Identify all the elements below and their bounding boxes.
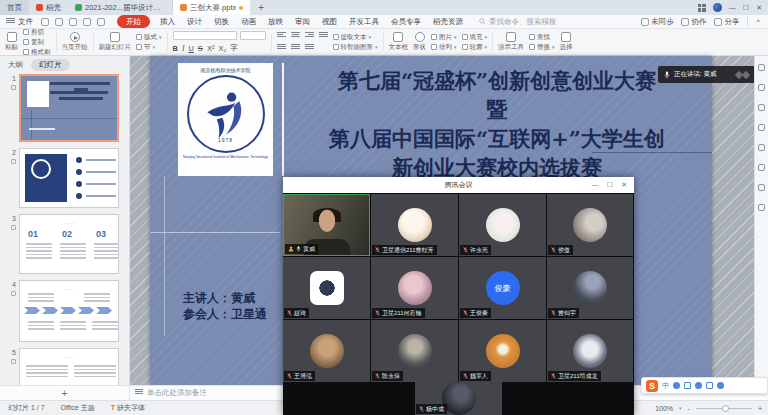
underline-button[interactable]: U	[188, 44, 193, 53]
strikethrough-button[interactable]: S	[198, 44, 203, 53]
participant-tile[interactable]: 魏莘人	[459, 320, 546, 382]
sogou-ime-logo[interactable]: S	[646, 380, 658, 392]
tab-view[interactable]: 视图	[316, 17, 343, 27]
bold-button[interactable]: B	[173, 44, 178, 53]
replace-button[interactable]: 替换▾	[529, 43, 555, 52]
align-right-icon[interactable]	[305, 32, 314, 40]
tab-devtools[interactable]: 开发工具	[343, 17, 385, 27]
properties-icon[interactable]	[758, 64, 765, 71]
tab-outline[interactable]: 大纲	[8, 60, 23, 70]
tab-member[interactable]: 会员专享	[385, 17, 427, 27]
tab-slideshow[interactable]: 放映	[262, 17, 289, 27]
more-tools-icon[interactable]	[758, 204, 765, 211]
tencent-meeting-window[interactable]: 腾讯会议 — ☐ ✕ 黄威	[283, 177, 634, 415]
ime-toolbox-icon[interactable]	[717, 382, 724, 389]
account-avatar[interactable]	[713, 3, 722, 12]
redo-icon[interactable]	[97, 18, 105, 26]
slide-thumbnail-4[interactable]: · · · ·	[19, 280, 119, 342]
sync-status[interactable]: 未同步	[641, 17, 674, 27]
paste-button[interactable]: 粘贴	[5, 32, 18, 52]
participant-tile[interactable]: 王博泓	[283, 320, 370, 382]
participant-tile[interactable]: 陈永保	[371, 320, 458, 382]
ime-emoji-icon[interactable]	[706, 382, 713, 389]
textbox-button[interactable]: 文本框	[389, 32, 409, 52]
find-button[interactable]: 查找	[529, 33, 555, 42]
ime-punctuation-icon[interactable]	[673, 382, 680, 389]
number-list-icon[interactable]	[291, 44, 300, 52]
section-button[interactable]: 节▾	[136, 43, 162, 52]
bullet-list-icon[interactable]	[277, 44, 286, 52]
superscript-button[interactable]: X²	[207, 44, 215, 53]
meeting-close-button[interactable]: ✕	[621, 181, 627, 189]
shape-button[interactable]: 形状	[413, 32, 426, 52]
comments-pane-icon[interactable]	[758, 164, 765, 171]
theme-name[interactable]: Office 主题	[53, 403, 103, 413]
picture-button[interactable]: 图片▾	[431, 33, 457, 42]
participant-tile[interactable]: 杨中成	[415, 382, 502, 415]
ime-voice-icon[interactable]	[684, 382, 691, 389]
slide-presenter-block[interactable]: 主讲人：黄威 参会人：卫星通	[183, 290, 267, 322]
tab-start[interactable]: 开始	[117, 15, 150, 28]
animation-pane-icon[interactable]	[758, 84, 765, 91]
tab-current-pptx[interactable]: 三创大赛.pptx	[173, 0, 250, 15]
add-slide-button[interactable]: +	[61, 387, 67, 399]
settings-icon[interactable]	[758, 184, 765, 191]
to-smartart-button[interactable]: 转智能图形▾	[333, 43, 378, 52]
maximize-button[interactable]: ☐	[743, 4, 749, 11]
play-from-current-button[interactable]: 当页开始	[62, 32, 88, 52]
participant-tile[interactable]: 卫星211何若楠	[371, 257, 458, 319]
school-logo[interactable]: 南京机电职业技术学院 1978 Nanjing Vocational Insti…	[178, 63, 273, 176]
meeting-titlebar[interactable]: 腾讯会议 — ☐ ✕	[283, 177, 634, 193]
apps-grid-icon[interactable]	[698, 4, 706, 12]
line-spacing-icon[interactable]	[305, 44, 314, 52]
meeting-maximize-button[interactable]: ☐	[607, 181, 613, 189]
collab-button[interactable]: 协作	[681, 17, 706, 27]
zoom-slider-knob[interactable]	[722, 405, 729, 412]
add-slide-bar[interactable]: +	[0, 385, 129, 400]
share-button[interactable]: 分享	[714, 17, 739, 27]
font-family-select[interactable]	[173, 31, 237, 40]
slide-title[interactable]: 第七届“冠盛杯”创新创意创业大赛 暨 第八届中国国际“互联网+”大学生创 新创业…	[290, 66, 704, 182]
participant-tile[interactable]: 曾灿宇	[547, 257, 633, 319]
justify-icon[interactable]	[319, 32, 328, 40]
zoom-out-button[interactable]: -	[688, 405, 690, 412]
italic-button[interactable]: I	[182, 44, 185, 53]
zoom-in-button[interactable]: +	[758, 405, 762, 412]
align-center-icon[interactable]	[291, 32, 300, 40]
tab-animation[interactable]: 动画	[235, 17, 262, 27]
arrange-button[interactable]: 排列▾	[431, 43, 457, 52]
zoom-slider[interactable]	[696, 408, 752, 409]
slide-thumbnail-2[interactable]	[19, 148, 119, 208]
participant-tile[interactable]: 赵琦	[283, 257, 370, 319]
extract-text-button[interactable]: 提取文本▾	[333, 33, 378, 42]
new-slide-button[interactable]: 新建幻灯片	[99, 32, 132, 52]
copy-button[interactable]: 复制	[23, 38, 51, 47]
participant-tile[interactable]: 卫星通信211曾桂芳	[371, 194, 458, 256]
participant-tile[interactable]: 俊豪 王俊豪	[459, 257, 546, 319]
tab-document-stats[interactable]: 2021-202...届毕设计数据统计	[68, 0, 173, 15]
ime-keyboard-icon[interactable]	[695, 382, 702, 389]
new-tab-button[interactable]: +	[250, 0, 272, 15]
collapse-ribbon-icon[interactable]: ^	[756, 17, 760, 26]
slide-thumbnail-3[interactable]: · · · · 01 02 03	[19, 214, 119, 274]
ime-mode-chinese[interactable]: 中	[662, 381, 669, 391]
align-left-icon[interactable]	[277, 32, 286, 40]
participant-tile[interactable]: 侯傲	[547, 194, 633, 256]
select-button[interactable]: 选择	[560, 32, 573, 52]
tab-design[interactable]: 设计	[181, 17, 208, 27]
print-icon[interactable]	[55, 18, 63, 26]
participant-tile[interactable]: 许永亮	[459, 194, 546, 256]
fill-button[interactable]: 填充▾	[462, 33, 488, 42]
tab-docer-res[interactable]: 稻壳资源	[427, 17, 469, 27]
outline-button[interactable]: 轮廓▾	[462, 43, 488, 52]
layout-button[interactable]: 版式▾	[136, 33, 162, 42]
participant-tile[interactable]: 卫星211司成龙	[547, 320, 633, 382]
meeting-minimize-button[interactable]: —	[592, 181, 599, 189]
zoom-level[interactable]: 100%	[655, 405, 673, 412]
font-size-select[interactable]	[240, 31, 266, 40]
file-menu[interactable]: 文件	[0, 17, 41, 27]
missing-font-warning[interactable]: T缺失字体	[103, 403, 153, 413]
tab-docer[interactable]: 稻壳	[29, 0, 68, 15]
ime-toolbar[interactable]: S 中	[641, 377, 768, 394]
tab-review[interactable]: 审阅	[289, 17, 316, 27]
